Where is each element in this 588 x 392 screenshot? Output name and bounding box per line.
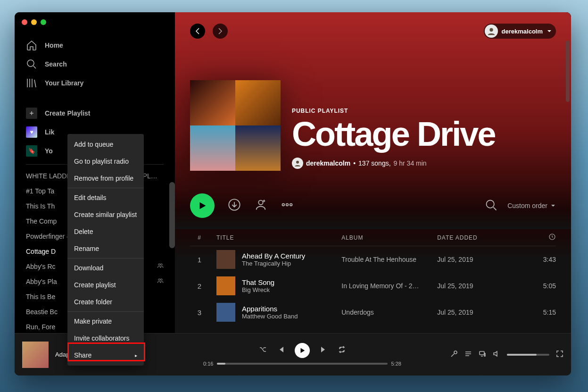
context-menu-item[interactable]: Invite collaborators <box>67 330 144 347</box>
nav-search[interactable]: Search <box>26 55 164 74</box>
context-menu-item[interactable]: Create folder <box>67 293 144 310</box>
context-menu-item[interactable]: Share▸ <box>67 347 144 364</box>
context-menu-item-label: Rename <box>74 245 99 252</box>
user-menu[interactable]: derekmalcolm <box>484 24 556 39</box>
devices-icon <box>479 350 486 358</box>
track-index: 2 <box>190 282 209 290</box>
play-pause-button[interactable] <box>295 343 310 358</box>
add-user-icon <box>254 198 267 211</box>
col-date[interactable]: DATE ADDED <box>437 234 511 241</box>
play-button[interactable] <box>190 193 215 218</box>
now-playing-artwork[interactable] <box>22 342 49 368</box>
context-menu-item[interactable]: Create playlist <box>67 276 144 293</box>
mute-button[interactable] <box>493 350 500 359</box>
queue-button[interactable] <box>464 350 472 359</box>
context-menu-item-label: Create folder <box>74 298 112 306</box>
shuffle-button[interactable] <box>259 346 266 355</box>
context-menu-item[interactable]: Create similar playlist <box>67 206 144 223</box>
more-options-button[interactable] <box>281 198 294 213</box>
nav-library[interactable]: Your Library <box>26 74 164 92</box>
context-menu-item[interactable]: Make private <box>67 313 144 330</box>
main-content: derekmalcolm PUBLIC PLAYLIST Cottage Dri… <box>175 12 571 333</box>
nav-home-label: Home <box>45 42 63 49</box>
svg-point-1 <box>158 264 160 266</box>
track-album[interactable]: In Loving Memory Of - 2… <box>341 282 430 290</box>
sort-dropdown[interactable]: Custom order <box>507 202 556 209</box>
volume-slider[interactable] <box>507 354 549 356</box>
svg-point-2 <box>161 264 163 266</box>
context-menu-item[interactable]: Download <box>67 259 144 276</box>
volume-icon <box>493 350 500 358</box>
nav-home[interactable]: Home <box>26 36 164 55</box>
track-date: Jul 25, 2019 <box>437 309 511 316</box>
window-controls <box>22 19 46 25</box>
track-list: # TITLE ALBUM DATE ADDED 1Ahead By A Cen… <box>175 229 571 333</box>
context-menu-item[interactable]: Go to playlist radio <box>67 153 144 170</box>
chevron-right-icon <box>216 27 224 35</box>
track-duration: 3:43 <box>518 256 556 263</box>
play-icon <box>299 347 306 354</box>
context-menu-item[interactable]: Rename <box>67 240 144 257</box>
sidebar: Home Search Your Library ＋ Create Playli… <box>15 12 175 333</box>
playlist-title: Cottage Drive <box>292 117 495 151</box>
col-title[interactable]: TITLE <box>216 234 334 241</box>
nav-back-button[interactable] <box>190 24 205 39</box>
track-album[interactable]: Underdogs <box>341 309 430 316</box>
context-menu-item[interactable]: Remove from profile <box>67 170 144 187</box>
context-menu-item[interactable]: Edit details <box>67 189 144 206</box>
fullscreen-icon <box>556 350 563 358</box>
total-time: 5:28 <box>391 361 401 367</box>
svg-point-13 <box>290 204 292 206</box>
context-menu-item[interactable]: Add to queue <box>67 136 144 153</box>
nav-forward-button[interactable] <box>213 24 228 39</box>
clock-icon <box>548 233 556 241</box>
maximize-window-button[interactable] <box>41 19 46 25</box>
progress-bar[interactable] <box>217 363 387 365</box>
next-button[interactable] <box>320 346 328 355</box>
track-title: Ahead By A Century <box>242 252 305 260</box>
download-button[interactable] <box>228 198 241 213</box>
playlist-kicker: PUBLIC PLAYLIST <box>292 108 495 114</box>
caret-down-icon <box>547 28 552 34</box>
search-in-playlist-button[interactable] <box>485 199 498 213</box>
playlist-owner[interactable]: derekmalcolm <box>306 159 350 167</box>
elapsed-time: 0:16 <box>203 361 213 367</box>
track-artist[interactable]: The Tragically Hip <box>242 260 305 267</box>
sidebar-scrollbar[interactable] <box>169 182 175 248</box>
playlist-byline: derekmalcolm • 137 songs, 9 hr 34 min <box>292 158 495 169</box>
track-album[interactable]: Trouble At The Henhouse <box>341 256 430 263</box>
track-title: That Song <box>242 278 274 286</box>
close-window-button[interactable] <box>22 19 27 25</box>
context-menu-item-label: Share <box>74 351 91 359</box>
svg-point-0 <box>27 60 34 67</box>
track-artist[interactable]: Big Wreck <box>242 286 274 293</box>
previous-button[interactable] <box>277 346 284 355</box>
track-row[interactable]: 2That SongBig WreckIn Loving Memory Of -… <box>190 273 556 299</box>
fullscreen-button[interactable] <box>556 350 563 359</box>
repeat-button[interactable] <box>338 346 346 355</box>
track-artist[interactable]: Matthew Good Band <box>242 313 298 320</box>
playlist-item-label: The Comp <box>26 214 57 229</box>
skip-forward-icon <box>320 346 328 353</box>
minimize-window-button[interactable] <box>31 19 37 25</box>
col-duration[interactable] <box>518 233 556 242</box>
main-scrollbar[interactable] <box>566 41 570 102</box>
svg-point-8 <box>296 161 299 164</box>
col-album[interactable]: ALBUM <box>341 234 430 241</box>
invite-button[interactable] <box>254 198 267 213</box>
chevron-left-icon <box>194 27 201 35</box>
context-menu-item-label: Create similar playlist <box>74 211 137 218</box>
track-index: 3 <box>190 309 209 317</box>
playlist-cover[interactable] <box>190 80 281 171</box>
create-playlist[interactable]: ＋ Create Playlist <box>26 104 164 123</box>
track-row[interactable]: 1Ahead By A CenturyThe Tragically HipTro… <box>190 246 556 273</box>
context-menu-item[interactable]: Delete <box>67 223 144 240</box>
lyrics-button[interactable] <box>450 350 458 359</box>
svg-point-3 <box>158 279 160 281</box>
context-menu-item-label: Download <box>74 264 103 272</box>
devices-button[interactable] <box>479 350 486 359</box>
repeat-icon <box>338 346 346 353</box>
playlist-item-label: Cottage D <box>26 244 56 259</box>
sort-label: Custom order <box>507 202 547 209</box>
track-row[interactable]: 3ApparitionsMatthew Good BandUnderdogsJu… <box>190 299 556 325</box>
